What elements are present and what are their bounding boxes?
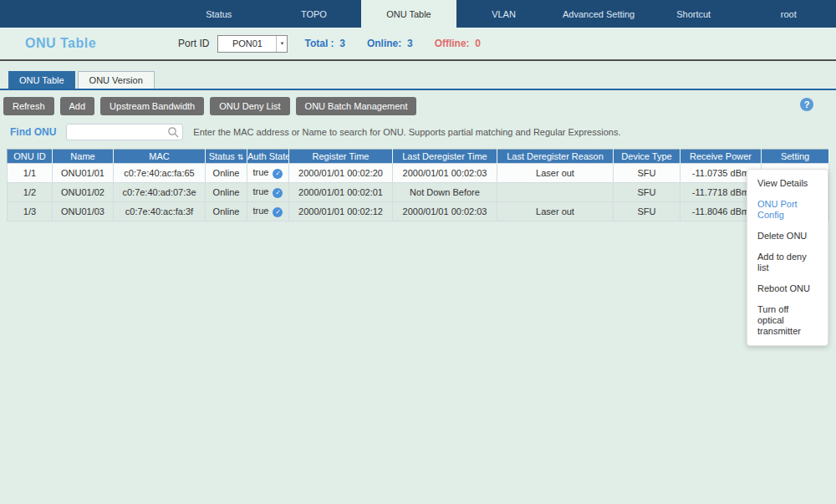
column-header-status[interactable]: Status⇅ (206, 150, 247, 164)
nav-logo-spacer (0, 0, 171, 28)
cell-status: Online (206, 183, 247, 202)
menu-item-delete-onu[interactable]: Delete ONU (747, 226, 828, 247)
find-onu-row: Find ONU Enter the MAC address or Name t… (10, 124, 836, 140)
cell-name: ONU01/02 (53, 183, 114, 202)
tab-onu-table[interactable]: ONU Table (8, 71, 75, 89)
port-id-label: Port ID (178, 38, 209, 49)
cell-last-deregister-reason: Laser out (497, 164, 614, 183)
offline-label: Offline: (435, 38, 470, 49)
upstream-bandwidth-button[interactable]: Upstream Bandwidth (100, 97, 204, 115)
column-header-device-type: Device Type (614, 150, 681, 164)
top-navigation: Status TOPO ONU Table VLAN Advanced Sett… (0, 0, 836, 28)
page-header: ONU Table Port ID PON01 ▾ Total : 3 Onli… (0, 28, 836, 61)
toolbar: Refresh Add Upstream Bandwidth ONU Deny … (3, 97, 836, 115)
setting-menu: View Details ONU Port Config Delete ONU … (747, 169, 828, 346)
table-row: 1/3 ONU01/03 c0:7e:40:ac:fa:3f Online tr… (8, 202, 829, 221)
cell-status: Online (206, 202, 247, 221)
cell-register-time: 2000/01/01 00:02:01 (289, 183, 393, 202)
auth-state-value: true (253, 186, 269, 196)
menu-item-onu-port-config[interactable]: ONU Port Config (747, 194, 828, 226)
find-onu-label: Find ONU (10, 126, 56, 138)
online-count: Online: 3 (367, 38, 413, 49)
cell-name: ONU01/03 (53, 202, 114, 221)
cell-onu-id: 1/3 (8, 202, 53, 221)
tab-onu-version[interactable]: ONU Version (78, 71, 155, 89)
column-header-name: Name (53, 150, 114, 164)
select-dropdown-arrow-icon: ▾ (276, 36, 287, 52)
menu-item-add-to-deny-list[interactable]: Add to deny list (747, 247, 828, 278)
cell-device-type: SFU (614, 164, 681, 183)
column-header-last-deregister-time: Last Deregister Time (393, 150, 497, 164)
cell-onu-id: 1/2 (8, 183, 53, 202)
port-id-selected-value: PON01 (218, 38, 276, 48)
search-icon (167, 126, 179, 138)
auth-verified-icon: ✓ (273, 169, 283, 179)
nav-tab-status[interactable]: Status (171, 0, 267, 28)
cell-auth-state: true✓ (247, 183, 289, 202)
cell-onu-id: 1/1 (8, 164, 53, 183)
sub-tab-bar: ONU Table ONU Version (0, 71, 836, 90)
online-label: Online: (367, 38, 401, 49)
page-title: ONU Table (25, 36, 96, 51)
sort-icon[interactable]: ⇅ (237, 153, 244, 161)
cell-last-deregister-time: 2000/01/01 00:02:03 (393, 164, 497, 183)
cell-mac: c0:7e:40:ad:07:3e (114, 183, 206, 202)
online-value: 3 (407, 38, 413, 49)
nav-tab-topo[interactable]: TOPO (267, 0, 362, 28)
help-icon[interactable]: ? (800, 98, 813, 111)
total-count: Total : 3 (304, 38, 344, 49)
add-button[interactable]: Add (60, 97, 95, 115)
cell-status: Online (206, 164, 247, 183)
offline-count: Offline: 0 (435, 38, 481, 49)
offline-value: 0 (475, 38, 481, 49)
cell-register-time: 2000/01/01 00:02:12 (289, 202, 393, 221)
column-header-receive-power: Receive Power (681, 150, 762, 164)
status-header-label: Status (209, 151, 235, 161)
onu-deny-list-button[interactable]: ONU Deny List (210, 97, 289, 115)
refresh-button[interactable]: Refresh (3, 97, 54, 115)
column-header-onu-id: ONU ID (8, 150, 53, 164)
nav-tab-root[interactable]: root (741, 0, 836, 28)
cell-name: ONU01/01 (53, 164, 114, 183)
auth-state-value: true (253, 167, 269, 177)
total-label: Total : (304, 38, 334, 49)
column-header-register-time: Register Time (289, 150, 393, 164)
onu-table: ONU ID Name MAC Status⇅ Auth State Regis… (7, 149, 829, 221)
cell-last-deregister-reason (497, 183, 614, 202)
menu-item-reboot-onu[interactable]: Reboot ONU (747, 278, 828, 299)
nav-tab-advanced-setting[interactable]: Advanced Setting (551, 0, 646, 28)
onu-batch-management-button[interactable]: ONU Batch Management (296, 97, 417, 115)
find-onu-input[interactable] (66, 124, 183, 140)
cell-auth-state: true✓ (247, 202, 289, 221)
column-header-setting: Setting (762, 150, 829, 164)
cell-auth-state: true✓ (247, 164, 289, 183)
total-value: 3 (339, 38, 345, 49)
search-hint-text: Enter the MAC address or Name to search … (193, 127, 620, 137)
menu-item-turn-off-optical-transmitter[interactable]: Turn off optical transmitter (747, 299, 828, 342)
table-header-row: ONU ID Name MAC Status⇅ Auth State Regis… (8, 150, 829, 164)
table-row: 1/1 ONU01/01 c0:7e:40:ac:fa:65 Online tr… (8, 164, 829, 183)
column-header-last-deregister-reason: Last Deregister Reason (497, 150, 614, 164)
nav-tab-shortcut[interactable]: Shortcut (646, 0, 742, 28)
nav-tab-vlan[interactable]: VLAN (456, 0, 552, 28)
menu-item-view-details[interactable]: View Details (747, 173, 828, 194)
column-header-auth-state: Auth State (247, 150, 289, 164)
table-row: 1/2 ONU01/02 c0:7e:40:ad:07:3e Online tr… (8, 183, 829, 202)
auth-verified-icon: ✓ (273, 207, 283, 217)
cell-register-time: 2000/01/01 00:02:20 (289, 164, 393, 183)
cell-last-deregister-time: Not Down Before (393, 183, 497, 202)
cell-mac: c0:7e:40:ac:fa:65 (114, 164, 206, 183)
port-id-select[interactable]: PON01 ▾ (217, 35, 288, 53)
cell-device-type: SFU (614, 183, 681, 202)
column-header-mac: MAC (114, 150, 206, 164)
cell-device-type: SFU (614, 202, 681, 221)
cell-last-deregister-time: 2000/01/01 00:02:03 (393, 202, 497, 221)
nav-tab-onu-table[interactable]: ONU Table (361, 0, 456, 28)
cell-last-deregister-reason: Laser out (497, 202, 614, 221)
cell-mac: c0:7e:40:ac:fa:3f (114, 202, 206, 221)
auth-verified-icon: ✓ (273, 188, 283, 198)
auth-state-value: true (253, 206, 269, 216)
